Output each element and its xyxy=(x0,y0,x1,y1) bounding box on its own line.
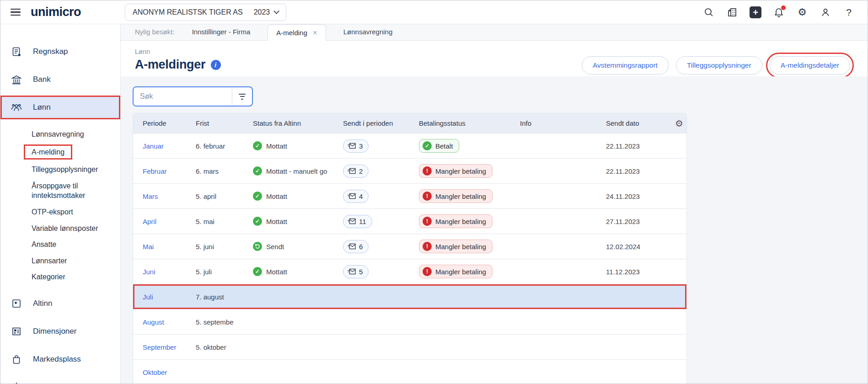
close-icon[interactable]: × xyxy=(313,29,317,37)
sidebar-item-regnskap[interactable]: Regnskap xyxy=(0,40,120,64)
avstemmingsrapport-button[interactable]: Avstemmingsrapport xyxy=(582,56,669,75)
sidebar-subitem-ansatte[interactable]: Ansatte xyxy=(0,236,110,253)
frist-value: 5. oktober xyxy=(196,343,253,351)
period-link[interactable]: Juni xyxy=(143,268,155,276)
altinn-status: ✓Mottatt xyxy=(253,141,343,150)
status-check-icon: ✓ xyxy=(253,217,262,226)
breadcrumb: Lønn xyxy=(135,48,221,55)
paid-check-icon: ✓ xyxy=(423,141,432,150)
status-sync-icon xyxy=(253,242,262,251)
sent-date: 27.11.2023 xyxy=(606,218,675,225)
sidebar-item-bank[interactable]: Bank xyxy=(0,68,120,91)
payment-status-badge: !Mangler betaling xyxy=(419,164,493,178)
sent-count-pill[interactable]: 4 xyxy=(343,190,369,203)
sent-count-pill[interactable]: 11 xyxy=(343,215,372,228)
period-link[interactable]: Mars xyxy=(143,192,158,200)
column-header-periode[interactable]: Periode xyxy=(143,119,196,127)
company-name: ANONYM REALISTSK TIGER AS xyxy=(133,8,243,16)
sidebar-item-markedsplass[interactable]: Markedsplass xyxy=(0,347,120,371)
sidebar-item-innstillinger[interactable]: ⚙ Innstillinger xyxy=(0,375,120,384)
a-meldingsdetaljer-button[interactable]: A-meldingsdetaljer xyxy=(770,56,850,75)
table-row[interactable]: Mars 5. april ✓Mottatt 4 !Mangler betali… xyxy=(133,183,686,208)
sidebar-item-label: Dimensjoner xyxy=(33,327,76,336)
table-settings-gear-icon[interactable]: ⚙ xyxy=(675,119,683,128)
help-icon[interactable]: ? xyxy=(843,6,855,18)
tilleggsopplysninger-button[interactable]: Tilleggsopplysninger xyxy=(676,56,762,75)
sidebar-item-label: Regnskap xyxy=(33,47,68,56)
search-input[interactable] xyxy=(134,87,232,106)
sidebar-item-label: Altinn xyxy=(33,299,53,308)
sent-count-pill[interactable]: 6 xyxy=(343,240,369,253)
ledger-icon xyxy=(11,46,22,57)
frist-value: 5. septembe xyxy=(196,318,253,326)
sidebar-item-lonn[interactable]: Lønn xyxy=(0,96,120,119)
sidebar-subitem-otp-eksport[interactable]: OTP-eksport xyxy=(0,204,110,220)
notification-dot xyxy=(781,5,786,10)
status-check-icon: ✓ xyxy=(253,267,262,276)
table-row[interactable]: Mai 5. juni Sendt 6 !Mangler betaling 12… xyxy=(133,234,686,259)
frist-value: 6. februar xyxy=(196,142,253,150)
unimicro-logo: unimicro xyxy=(31,5,81,19)
table-row-selected[interactable]: Juli 7. august xyxy=(133,284,686,309)
period-link[interactable]: Februar xyxy=(143,167,167,175)
altinn-status: ✓Mottatt xyxy=(253,192,343,201)
table-row[interactable]: Juni 5. juli ✓Mottatt 5 !Mangler betalin… xyxy=(133,259,686,284)
period-link[interactable]: August xyxy=(143,318,164,326)
grid-blocks-icon xyxy=(11,326,22,337)
table-row[interactable]: Februar 6. mars ✓Mottatt - manuelt go 2 … xyxy=(133,158,686,183)
sidebar-subitem-lonnsarter[interactable]: Lønnsarter xyxy=(0,253,110,269)
period-link[interactable]: September xyxy=(143,343,176,351)
column-header-sendt-i-perioden[interactable]: Sendt i perioden xyxy=(343,119,419,127)
sidebar-subitem-a-melding[interactable]: A-melding xyxy=(0,143,110,162)
table-row[interactable]: Oktober xyxy=(133,359,686,384)
sidebar-subitem-kategorier[interactable]: Kategorier xyxy=(0,269,110,285)
search-icon[interactable] xyxy=(703,6,715,18)
sidebar-item-label: Bank xyxy=(33,75,51,84)
sidebar-item-dimensjoner[interactable]: Dimensjoner xyxy=(0,320,120,343)
table-row[interactable]: September 5. oktober xyxy=(133,334,686,359)
hamburger-menu-icon[interactable] xyxy=(11,9,21,16)
period-link[interactable]: Oktober xyxy=(143,368,167,376)
app-window: unimicro ANONYM REALISTSK TIGER AS 2023 … xyxy=(0,0,868,384)
filter-icon xyxy=(239,94,246,100)
period-link[interactable]: Januar xyxy=(143,142,164,150)
add-icon[interactable]: + xyxy=(750,6,761,18)
sidebar-item-altinn[interactable]: Altinn xyxy=(0,292,120,315)
altinn-status: ✓Mottatt xyxy=(253,217,343,226)
account-person-icon[interactable] xyxy=(820,6,831,18)
notifications-bell-icon[interactable] xyxy=(773,6,785,18)
recently-visited-label: Nylig besøkt: xyxy=(135,28,175,37)
column-header-frist[interactable]: Frist xyxy=(196,119,253,127)
table-row[interactable]: Januar 6. februar ✓Mottatt 3 ✓Betalt 22.… xyxy=(133,133,686,158)
sent-count-pill[interactable]: 3 xyxy=(343,139,369,153)
sidebar-subitem-variable-lonnsposter[interactable]: Variable lønnsposter xyxy=(0,220,110,237)
column-header-status-fra-altinn[interactable]: Status fra Altinn xyxy=(253,119,343,127)
sent-count-pill[interactable]: 5 xyxy=(343,265,369,278)
altinn-status: ✓Mottatt xyxy=(253,267,343,276)
company-selector[interactable]: ANONYM REALISTSK TIGER AS 2023 xyxy=(125,4,286,21)
header-actions: Avstemmingsrapport Tilleggsopplysninger … xyxy=(582,48,850,76)
sidebar-subitem-tilleggsopplysninger[interactable]: Tilleggsopplysninger xyxy=(0,161,110,178)
table-row[interactable]: August 5. septembe xyxy=(133,309,686,334)
sidebar-subitem-arsoppgave[interactable]: Årsoppgave til inntektsmottaker xyxy=(0,178,110,204)
tab-innstillinger-firma[interactable]: Innstillinger - Firma xyxy=(192,28,251,37)
sent-count-pill[interactable]: 2 xyxy=(343,165,369,178)
gear-icon: ⚙ xyxy=(11,382,22,384)
column-header-sendt-dato[interactable]: Sendt dato xyxy=(606,119,675,127)
company-switch-icon[interactable] xyxy=(726,6,738,18)
tab-a-melding[interactable]: A-melding × xyxy=(268,24,326,41)
column-header-betalingsstatus[interactable]: Betalingsstatus xyxy=(419,119,520,127)
sidebar-subitem-lonnsavregning[interactable]: Lønnsavregning xyxy=(0,126,110,143)
tab-lonnsavregning[interactable]: Lønnsavregning xyxy=(343,28,393,37)
payment-status-badge: !Mangler betaling xyxy=(419,240,493,253)
settings-gear-icon[interactable]: ⚙ xyxy=(796,6,808,18)
column-header-info[interactable]: Info xyxy=(520,119,606,127)
bank-icon xyxy=(11,74,22,85)
period-link[interactable]: April xyxy=(143,218,156,225)
period-link[interactable]: Juli xyxy=(143,293,153,301)
table-row[interactable]: April 5. mai ✓Mottatt 11 !Mangler betali… xyxy=(133,208,686,234)
info-icon[interactable]: i xyxy=(211,60,221,70)
filter-button[interactable] xyxy=(232,87,252,106)
tab-bar: Nylig besøkt: Innstillinger - Firma A-me… xyxy=(121,24,868,41)
period-link[interactable]: Mai xyxy=(143,243,154,251)
